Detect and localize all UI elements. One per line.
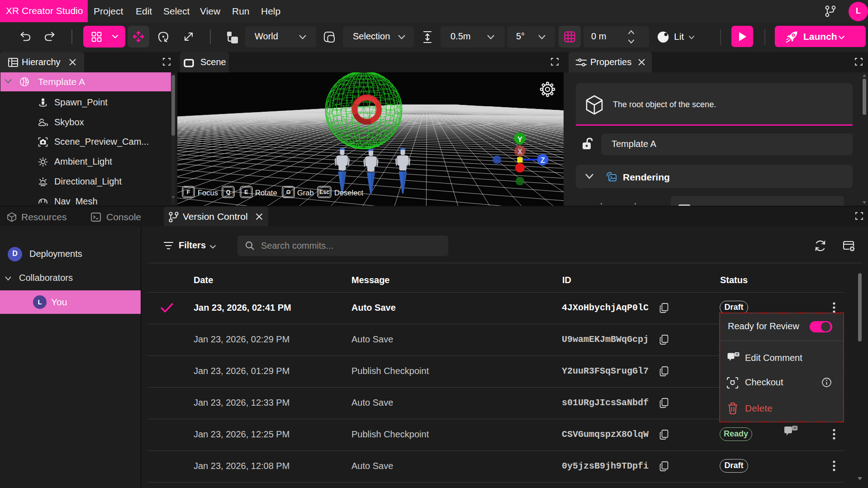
svg-text:E: E <box>244 189 248 195</box>
svg-text:Grab: Grab <box>297 189 314 197</box>
svg-text:Rotate: Rotate <box>255 189 277 197</box>
svg-text:Q: Q <box>226 189 231 195</box>
svg-text:G: G <box>286 189 291 195</box>
svg-text:X: X <box>517 148 522 156</box>
svg-text:Y: Y <box>517 135 523 144</box>
svg-text:Z: Z <box>541 156 545 164</box>
svg-text:Focus: Focus <box>198 189 218 197</box>
svg-text:F: F <box>187 189 190 195</box>
svg-text:Esc: Esc <box>319 189 329 195</box>
svg-text:Deselect: Deselect <box>334 189 364 197</box>
